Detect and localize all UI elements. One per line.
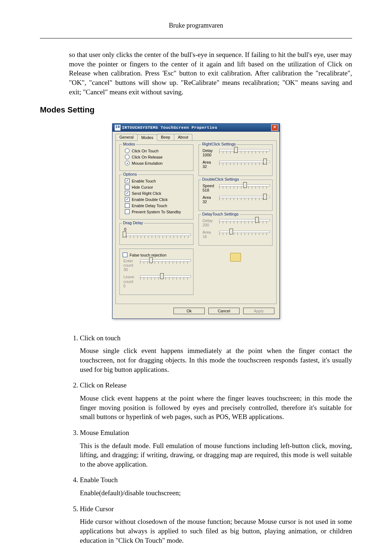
- ok-button[interactable]: Ok: [173, 308, 205, 314]
- apply-button[interactable]: Apply: [243, 308, 274, 314]
- rc-delay-label: Delay: [203, 148, 213, 153]
- check-enable-touch[interactable]: Enable Touch: [125, 178, 190, 183]
- rightclick-group: RightClick Settings Delay 1000: [199, 144, 273, 176]
- enter-count-value: 30: [123, 267, 137, 272]
- dialog-title: IRTOUCHSYSTEMS TouchScreen Properties: [122, 126, 217, 130]
- radio-click-on-release[interactable]: Click On Release: [125, 155, 190, 159]
- drag-delay-slider[interactable]: [123, 233, 190, 241]
- radio-label: Click On Release: [132, 155, 163, 159]
- drag-delay-legend: Drag Delay: [122, 221, 144, 225]
- checkbox-label: Enable Delay Touch: [132, 204, 167, 208]
- radio-icon: [125, 148, 130, 153]
- term-title: Enable Touch: [80, 475, 352, 485]
- options-legend: Options: [122, 172, 138, 176]
- term-body: This is the default mode. Full emulation…: [80, 441, 352, 469]
- close-button[interactable]: ×: [271, 124, 278, 131]
- drag-delay-group: Drag Delay 0: [119, 223, 193, 245]
- tab-modes[interactable]: Modes: [137, 134, 157, 141]
- rc-delay-value: 1000: [203, 153, 216, 157]
- dialog-titlebar[interactable]: IR IRTOUCHSYSTEMS TouchScreen Properties…: [113, 124, 279, 132]
- dc-area-slider[interactable]: [219, 195, 269, 203]
- modes-legend: Modes: [122, 142, 136, 146]
- delaytouch-group: DelayTouch Settings Delay 200: [199, 214, 273, 246]
- leave-count-label: Leave count: [123, 275, 134, 283]
- check-enable-delay-touch[interactable]: Enable Delay Touch: [125, 203, 190, 208]
- dc-speed-slider[interactable]: [219, 184, 269, 192]
- term-body: Hide cursor without closedown of the mou…: [80, 517, 352, 545]
- checkbox-label: Enable Double Click: [132, 197, 168, 202]
- radio-label: Mouse Emulation: [132, 161, 163, 165]
- dt-area-slider[interactable]: [219, 230, 269, 238]
- dt-area-label: Area: [203, 230, 211, 234]
- term-title: Hide Cursor: [80, 504, 352, 514]
- list-item: Mouse Emulation This is the default mode…: [80, 428, 352, 469]
- drag-delay-value: 0: [124, 227, 190, 231]
- tab-about[interactable]: About: [174, 134, 192, 140]
- checkbox-icon: [125, 203, 130, 208]
- checkbox-label: Enable Touch: [132, 179, 156, 183]
- properties-dialog: IR IRTOUCHSYSTEMS TouchScreen Properties…: [112, 123, 280, 319]
- modes-group: Modes Click On Touch Click On Release: [119, 144, 193, 171]
- check-hide-cursor[interactable]: Hide Cursor: [125, 185, 190, 189]
- leave-count-slider[interactable]: [140, 275, 190, 283]
- checkbox-icon: [125, 197, 130, 202]
- false-touch-group: False touch rejection Enter count 30: [119, 249, 193, 295]
- list-item: Click on touch Mouse single click event …: [80, 333, 352, 374]
- radio-click-on-touch[interactable]: Click On Touch: [125, 148, 190, 153]
- list-item: Hide Cursor Hide cursor without closedow…: [80, 504, 352, 545]
- checkbox-icon: [125, 191, 130, 196]
- enter-count-label: Enter count: [123, 259, 133, 267]
- checkbox-icon: [125, 178, 130, 183]
- checkbox-icon: [123, 253, 127, 257]
- term-title: Mouse Emulation: [80, 428, 352, 438]
- radio-icon: [125, 161, 130, 165]
- term-body: Mouse single click event happens immedia…: [80, 346, 352, 374]
- rc-area-value: 32: [203, 164, 216, 169]
- radio-icon: [125, 155, 130, 159]
- check-false-touch-rejection[interactable]: False touch rejection: [123, 253, 190, 257]
- rc-area-slider[interactable]: [219, 160, 269, 168]
- term-body: Mouse click event happens at the point w…: [80, 394, 352, 422]
- tab-general[interactable]: General: [115, 134, 138, 140]
- dc-area-label: Area: [203, 195, 211, 200]
- cancel-button[interactable]: Cancel: [208, 308, 240, 314]
- dialog-button-row: Ok Cancel Apply: [113, 304, 279, 319]
- checkbox-icon: [125, 185, 130, 189]
- intro-paragraph: so that user only clicks the center of t…: [69, 50, 352, 97]
- tab-beep[interactable]: Beep: [157, 134, 174, 140]
- dc-speed-label: Speed: [203, 184, 214, 188]
- dt-delay-slider[interactable]: [219, 218, 269, 226]
- list-item: Enable Touch Enable(default)/disable tou…: [80, 475, 352, 497]
- leave-count-value: 5: [123, 284, 137, 288]
- doubleclick-group: DoubleClick Settings Speed 518: [199, 180, 273, 211]
- term-body: Enable(default)/disable touchscreen;: [80, 488, 352, 498]
- doubleclick-legend: DoubleClick Settings: [201, 177, 240, 181]
- radio-label: Click On Touch: [132, 149, 159, 153]
- folder-icon[interactable]: [230, 253, 241, 262]
- rightclick-legend: RightClick Settings: [201, 142, 237, 146]
- options-group: Options Enable Touch Hide Cursor: [119, 175, 193, 219]
- dt-area-value: 16: [203, 234, 216, 239]
- running-head: Bruke programvaren: [40, 22, 352, 29]
- check-send-right-click[interactable]: Send Right Click: [125, 191, 190, 196]
- dc-area-value: 32: [203, 200, 216, 204]
- check-prevent-standby[interactable]: Prevent System To Standby: [125, 209, 190, 214]
- app-icon: IR: [115, 125, 121, 131]
- rc-area-label: Area: [203, 160, 211, 164]
- radio-mouse-emulation[interactable]: Mouse Emulation: [125, 161, 190, 165]
- tab-strip: General Modes Beep About: [113, 132, 279, 140]
- rc-delay-slider[interactable]: [219, 148, 269, 156]
- checkbox-icon: [125, 209, 130, 214]
- term-title: Click on Release: [80, 381, 352, 390]
- dc-speed-value: 518: [203, 188, 216, 192]
- checkbox-label: Send Right Click: [132, 191, 161, 196]
- enter-count-slider[interactable]: [140, 259, 190, 267]
- checkbox-label: Prevent System To Standby: [132, 210, 181, 214]
- delaytouch-legend: DelayTouch Settings: [201, 212, 240, 216]
- checkbox-label: Hide Cursor: [132, 185, 153, 189]
- definition-list: Click on touch Mouse single click event …: [69, 333, 352, 545]
- check-enable-double-click[interactable]: Enable Double Click: [125, 197, 190, 202]
- top-rule: [40, 38, 352, 38]
- dt-delay-label: Delay: [203, 218, 213, 223]
- list-item: Click on Release Mouse click event happe…: [80, 381, 352, 422]
